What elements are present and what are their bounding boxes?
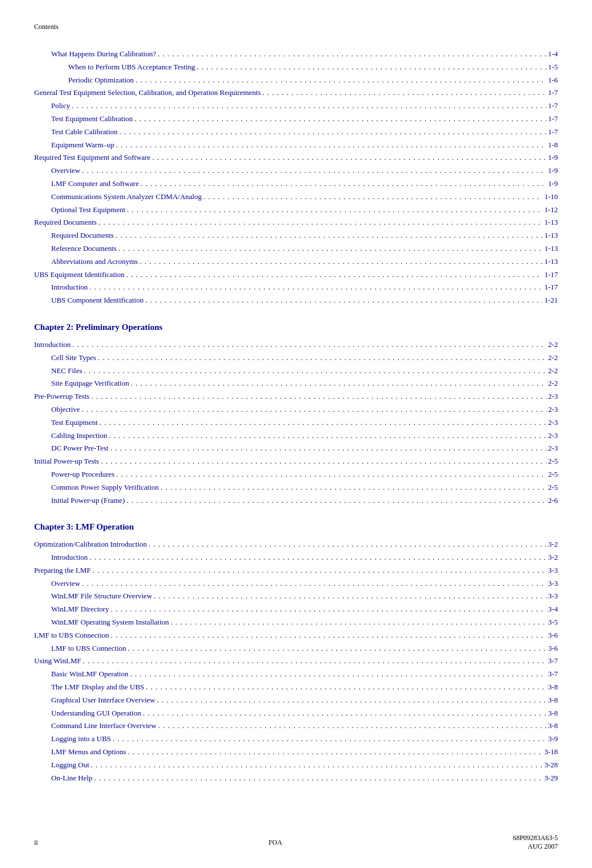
- footer-right: 68P09283A63-5 AUG 2007: [513, 834, 558, 851]
- chapter2-heading: Chapter 2: Preliminary Operations: [34, 323, 558, 332]
- toc-entry: Periodic Optimization . . . . . . . . . …: [34, 75, 558, 86]
- toc-entry: Using WinLMF . . . . . . . . . . . . . .…: [34, 655, 558, 667]
- toc-entry: Cell Site Types . . . . . . . . . . . . …: [34, 352, 558, 364]
- toc-entry: WinLMF File Structure Overview . . . . .…: [34, 590, 558, 602]
- page-footer: ii FOA 68P09283A63-5 AUG 2007: [34, 834, 558, 851]
- toc-entry: Required Documents . . . . . . . . . . .…: [34, 230, 558, 242]
- toc-entry: Abbreviations and Acronyms . . . . . . .…: [34, 256, 558, 268]
- toc-entry: Test Equipment . . . . . . . . . . . . .…: [34, 417, 558, 429]
- toc-entry: The LMF Display and the UBS . . . . . . …: [34, 681, 558, 693]
- toc-entry: Objective . . . . . . . . . . . . . . . …: [34, 404, 558, 416]
- toc-entry: Logging into a UBS . . . . . . . . . . .…: [34, 733, 558, 745]
- toc-entry: Power-up Procedures . . . . . . . . . . …: [34, 469, 558, 481]
- toc-entry: Policy . . . . . . . . . . . . . . . . .…: [34, 100, 558, 112]
- footer-center: FOA: [38, 838, 513, 847]
- toc-entry: Common Power Supply Verification . . . .…: [34, 482, 558, 494]
- toc-entry: Basic WinLMF Operation . . . . . . . . .…: [34, 668, 558, 680]
- toc-entry: Cabling Inspection . . . . . . . . . . .…: [34, 430, 558, 442]
- toc-entry: Pre-Powerup Tests . . . . . . . . . . . …: [34, 391, 558, 403]
- toc-entry: Reference Documents . . . . . . . . . . …: [34, 243, 558, 255]
- toc-entry: When to Perform UBS Acceptance Testing .…: [34, 61, 558, 73]
- toc-entry: Communications System Analyzer CDMA/Anal…: [34, 191, 558, 203]
- toc-entry: Overview . . . . . . . . . . . . . . . .…: [34, 578, 558, 590]
- chapter3-heading: Chapter 3: LMF Operation: [34, 522, 558, 532]
- toc-entry: Introduction . . . . . . . . . . . . . .…: [34, 282, 558, 294]
- toc-entry: General Test Equipment Selection, Calibr…: [34, 87, 558, 99]
- toc-entry: UBS Equipment Identification . . . . . .…: [34, 269, 558, 281]
- toc-entry: Site Equipage Verification . . . . . . .…: [34, 378, 558, 390]
- toc-entry: Equipment Warm–up . . . . . . . . . . . …: [34, 139, 558, 151]
- page-header: Contents: [34, 23, 558, 31]
- toc-entry: LMF to UBS Connection . . . . . . . . . …: [34, 643, 558, 655]
- toc-entry: Test Equipment Calibration . . . . . . .…: [34, 113, 558, 125]
- toc-entry: Initial Power-up Tests . . . . . . . . .…: [34, 456, 558, 468]
- toc-entry: Test Cable Calibration . . . . . . . . .…: [34, 126, 558, 138]
- toc-entry: Graphical User Interface Overview . . . …: [34, 695, 558, 706]
- toc-entry: Optimization/Calibration Introduction . …: [34, 539, 558, 551]
- toc-entry: Understanding GUI Operation . . . . . . …: [34, 708, 558, 720]
- toc-entry: LMF Computer and Software . . . . . . . …: [34, 178, 558, 190]
- toc-entry: DC Power Pre-Test . . . . . . . . . . . …: [34, 443, 558, 454]
- toc-entry: NEC Files . . . . . . . . . . . . . . . …: [34, 365, 558, 377]
- toc-entry: Introduction . . . . . . . . . . . . . .…: [34, 552, 558, 564]
- chapter2-toc-section: Introduction . . . . . . . . . . . . . .…: [34, 339, 558, 506]
- toc-entry: Optional Test Equipment . . . . . . . . …: [34, 204, 558, 216]
- toc-entry: Overview . . . . . . . . . . . . . . . .…: [34, 165, 558, 177]
- toc-entry: Required Documents . . . . . . . . . . .…: [34, 217, 558, 229]
- toc-entry: WinLMF Operating System Installation . .…: [34, 617, 558, 629]
- chapter1-toc-section: What Happens During Calibration? . . . .…: [34, 48, 558, 307]
- footer-page-number: ii: [34, 838, 38, 847]
- toc-entry: WinLMF Directory . . . . . . . . . . . .…: [34, 604, 558, 615]
- toc-entry: Preparing the LMF . . . . . . . . . . . …: [34, 565, 558, 577]
- toc-entry: On-Line Help . . . . . . . . . . . . . .…: [34, 772, 558, 784]
- toc-entry: Required Test Equipment and Software . .…: [34, 152, 558, 164]
- toc-entry: What Happens During Calibration? . . . .…: [34, 48, 558, 60]
- toc-entry: Introduction . . . . . . . . . . . . . .…: [34, 339, 558, 351]
- chapter3-toc-section: Optimization/Calibration Introduction . …: [34, 539, 558, 784]
- toc-entry: Initial Power-up (Frame) . . . . . . . .…: [34, 495, 558, 507]
- toc-entry: UBS Component Identification . . . . . .…: [34, 295, 558, 307]
- toc-entry: Logging Out . . . . . . . . . . . . . . …: [34, 759, 558, 771]
- toc-entry: LMF Menus and Options . . . . . . . . . …: [34, 746, 558, 758]
- toc-entry: LMF to UBS Connection . . . . . . . . . …: [34, 630, 558, 642]
- toc-entry: Command Line Interface Overview . . . . …: [34, 720, 558, 732]
